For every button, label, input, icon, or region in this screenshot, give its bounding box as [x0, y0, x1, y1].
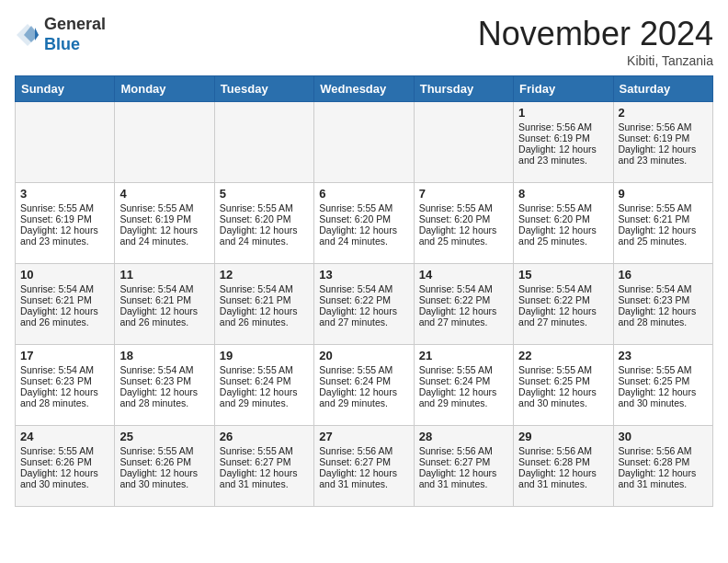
calendar-cell: 1Sunrise: 5:56 AMSunset: 6:19 PMDaylight… — [514, 102, 613, 183]
day-info: Daylight: 12 hours and 26 minutes. — [119, 305, 209, 327]
calendar-header-saturday: Saturday — [613, 76, 712, 102]
calendar-cell: 21Sunrise: 5:55 AMSunset: 6:24 PMDayligh… — [414, 345, 513, 426]
day-number: 10 — [20, 268, 109, 282]
day-info: Daylight: 12 hours and 28 minutes. — [119, 386, 209, 408]
day-info: Sunset: 6:21 PM — [20, 294, 109, 305]
day-info: Sunrise: 5:56 AM — [518, 445, 608, 456]
calendar-week-row: 10Sunrise: 5:54 AMSunset: 6:21 PMDayligh… — [16, 264, 713, 345]
calendar-cell: 29Sunrise: 5:56 AMSunset: 6:28 PMDayligh… — [514, 426, 613, 507]
day-info: Sunrise: 5:54 AM — [119, 283, 209, 294]
day-info: Sunset: 6:25 PM — [518, 375, 608, 386]
day-info: Sunrise: 5:56 AM — [619, 121, 708, 132]
day-info: Sunset: 6:21 PM — [619, 213, 708, 224]
calendar-cell: 16Sunrise: 5:54 AMSunset: 6:23 PMDayligh… — [613, 264, 712, 345]
day-info: Sunrise: 5:55 AM — [220, 202, 309, 213]
day-number: 17 — [20, 349, 109, 362]
calendar-cell: 8Sunrise: 5:55 AMSunset: 6:20 PMDaylight… — [514, 183, 613, 264]
day-info: Daylight: 12 hours and 28 minutes. — [20, 386, 109, 408]
calendar-header-friday: Friday — [514, 76, 613, 102]
day-info: Sunrise: 5:55 AM — [119, 202, 209, 213]
title-area: November 2024 Kibiti, Tanzania — [478, 15, 713, 68]
calendar-week-row: 17Sunrise: 5:54 AMSunset: 6:23 PMDayligh… — [16, 345, 713, 426]
calendar-cell: 7Sunrise: 5:55 AMSunset: 6:20 PMDaylight… — [414, 183, 513, 264]
day-info: Sunset: 6:24 PM — [319, 375, 408, 386]
day-info: Daylight: 12 hours and 23 minutes. — [518, 144, 608, 166]
day-info: Daylight: 12 hours and 29 minutes. — [419, 386, 508, 408]
calendar-header-wednesday: Wednesday — [314, 76, 414, 102]
day-info: Daylight: 12 hours and 31 minutes. — [419, 467, 508, 489]
day-info: Sunrise: 5:55 AM — [419, 364, 508, 375]
day-number: 29 — [518, 430, 608, 443]
day-number: 3 — [20, 187, 109, 201]
logo-text: General Blue — [44, 15, 106, 54]
day-info: Sunset: 6:19 PM — [20, 213, 109, 224]
calendar-cell: 10Sunrise: 5:54 AMSunset: 6:21 PMDayligh… — [16, 264, 115, 345]
calendar-cell: 14Sunrise: 5:54 AMSunset: 6:22 PMDayligh… — [414, 264, 513, 345]
day-number: 28 — [419, 430, 508, 443]
day-info: Daylight: 12 hours and 23 minutes. — [20, 224, 109, 247]
day-info: Sunrise: 5:54 AM — [619, 283, 708, 294]
day-info: Sunrise: 5:55 AM — [619, 364, 708, 375]
day-info: Sunrise: 5:54 AM — [220, 283, 309, 294]
day-number: 12 — [220, 268, 309, 282]
calendar-cell: 6Sunrise: 5:55 AMSunset: 6:20 PMDaylight… — [314, 183, 414, 264]
day-info: Daylight: 12 hours and 29 minutes. — [319, 386, 408, 408]
calendar-cell: 18Sunrise: 5:54 AMSunset: 6:23 PMDayligh… — [115, 345, 214, 426]
calendar-cell: 3Sunrise: 5:55 AMSunset: 6:19 PMDaylight… — [16, 183, 115, 264]
day-info: Sunset: 6:23 PM — [619, 294, 708, 305]
day-info: Sunset: 6:20 PM — [319, 213, 408, 224]
calendar-cell — [414, 102, 513, 183]
day-info: Daylight: 12 hours and 30 minutes. — [119, 467, 209, 489]
day-info: Sunrise: 5:54 AM — [20, 364, 109, 375]
calendar-cell — [314, 102, 414, 183]
day-info: Sunrise: 5:55 AM — [220, 364, 309, 375]
day-info: Sunset: 6:20 PM — [518, 213, 608, 224]
day-info: Sunrise: 5:56 AM — [619, 445, 708, 456]
day-info: Sunrise: 5:54 AM — [319, 283, 408, 294]
day-info: Daylight: 12 hours and 31 minutes. — [518, 467, 608, 489]
day-info: Sunrise: 5:55 AM — [518, 364, 608, 375]
day-info: Daylight: 12 hours and 30 minutes. — [518, 386, 608, 408]
day-info: Sunset: 6:19 PM — [619, 132, 708, 144]
day-info: Daylight: 12 hours and 28 minutes. — [619, 305, 708, 327]
calendar-table: SundayMondayTuesdayWednesdayThursdayFrid… — [15, 75, 713, 507]
day-number: 30 — [619, 430, 708, 443]
calendar-cell: 24Sunrise: 5:55 AMSunset: 6:26 PMDayligh… — [16, 426, 115, 507]
day-info: Sunset: 6:27 PM — [319, 456, 408, 467]
day-info: Daylight: 12 hours and 29 minutes. — [220, 386, 309, 408]
day-number: 14 — [419, 268, 508, 282]
day-info: Sunset: 6:22 PM — [319, 294, 408, 305]
calendar-header-sunday: Sunday — [16, 76, 115, 102]
day-number: 22 — [518, 349, 608, 362]
day-info: Sunset: 6:19 PM — [518, 132, 608, 144]
day-number: 4 — [119, 187, 209, 201]
day-number: 25 — [119, 430, 209, 443]
day-info: Sunset: 6:22 PM — [419, 294, 508, 305]
day-info: Daylight: 12 hours and 31 minutes. — [619, 467, 708, 489]
day-info: Sunrise: 5:56 AM — [419, 445, 508, 456]
day-info: Sunset: 6:27 PM — [419, 456, 508, 467]
day-info: Daylight: 12 hours and 26 minutes. — [20, 305, 109, 327]
day-number: 2 — [619, 106, 708, 120]
day-number: 24 — [20, 430, 109, 443]
day-info: Daylight: 12 hours and 24 minutes. — [119, 224, 209, 247]
calendar-cell: 11Sunrise: 5:54 AMSunset: 6:21 PMDayligh… — [115, 264, 214, 345]
day-info: Sunset: 6:25 PM — [619, 375, 708, 386]
day-number: 5 — [220, 187, 309, 201]
day-info: Sunrise: 5:54 AM — [20, 283, 109, 294]
calendar-cell: 22Sunrise: 5:55 AMSunset: 6:25 PMDayligh… — [514, 345, 613, 426]
day-number: 20 — [319, 349, 408, 362]
day-number: 23 — [619, 349, 708, 362]
calendar-cell: 20Sunrise: 5:55 AMSunset: 6:24 PMDayligh… — [314, 345, 414, 426]
day-info: Sunset: 6:21 PM — [220, 294, 309, 305]
day-info: Sunset: 6:24 PM — [220, 375, 309, 386]
day-number: 13 — [319, 268, 408, 282]
day-info: Sunset: 6:26 PM — [119, 456, 209, 467]
calendar-cell: 2Sunrise: 5:56 AMSunset: 6:19 PMDaylight… — [613, 102, 712, 183]
location: Kibiti, Tanzania — [478, 53, 713, 68]
day-info: Daylight: 12 hours and 24 minutes. — [220, 224, 309, 247]
calendar-cell: 9Sunrise: 5:55 AMSunset: 6:21 PMDaylight… — [613, 183, 712, 264]
calendar-cell: 25Sunrise: 5:55 AMSunset: 6:26 PMDayligh… — [115, 426, 214, 507]
svg-marker-2 — [35, 28, 39, 40]
calendar-header-thursday: Thursday — [414, 76, 513, 102]
